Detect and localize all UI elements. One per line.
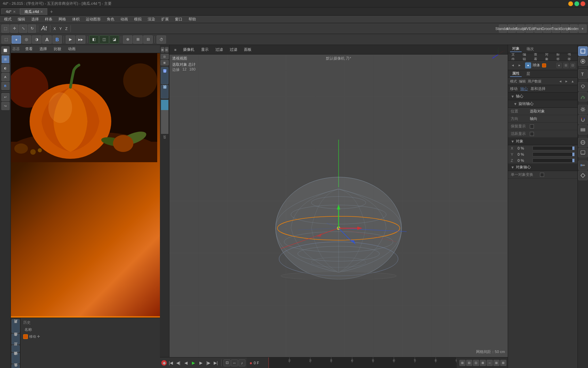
timeline-track[interactable]: 10 20 30 40 50 60 70 [268, 357, 457, 368]
ls-tool7[interactable]: ↪ [1, 102, 10, 110]
t2-anim[interactable]: ⏱ [157, 35, 166, 44]
menu-mograph[interactable]: 运动图形 [83, 16, 103, 22]
vph-menu[interactable]: ≡ [172, 47, 179, 52]
tl-r3[interactable]: ⊡ [473, 360, 479, 366]
tab-add-button[interactable]: + [47, 8, 55, 15]
tl-next-frame[interactable]: ▶ [197, 359, 204, 366]
tl-prev-key[interactable]: ◀| [175, 359, 182, 366]
ptab-object[interactable]: 对象 [543, 53, 554, 61]
ptab-file[interactable]: 文件 [509, 53, 520, 61]
sidebar-info[interactable]: 信息 [12, 334, 20, 344]
tl-prev-frame[interactable]: ◀ [182, 359, 189, 366]
tool-rotate[interactable]: ↻ [28, 25, 36, 33]
obj-vis-icon[interactable]: ● [556, 63, 562, 68]
object-pivot-header[interactable]: ▼ 对象轴心 [508, 164, 577, 171]
props-tab-scene[interactable]: 场次 [524, 46, 536, 52]
nav-forward[interactable]: ► [517, 63, 522, 68]
menu-character[interactable]: 角色 [104, 16, 117, 22]
toolbar-track[interactable]: Track [552, 25, 560, 33]
ptab-edit[interactable]: 编辑 [521, 53, 531, 61]
toolbar-model[interactable]: Model [508, 25, 516, 33]
t2-icon5[interactable]: A [42, 35, 52, 44]
menu-edit[interactable]: 编辑 [15, 16, 28, 22]
tl-audio[interactable]: ♪ [239, 359, 245, 366]
t2-snap2[interactable]: ⊞ [133, 35, 143, 44]
sidebar-filter[interactable]: 滤镜 [12, 353, 20, 364]
t2-icon2[interactable]: ● [12, 35, 21, 44]
vp-toggle[interactable]: ⊡ [161, 54, 169, 59]
menu-extend[interactable]: 扩展 [159, 16, 172, 22]
viewport3d[interactable]: ≡ 摄像机 显示 过滤 过滤 面板 透视视图 选取对象 总计 边缘 12 1 [169, 45, 508, 357]
tl-r5[interactable]: ↔ [487, 360, 493, 366]
object-color[interactable] [542, 63, 546, 67]
t2-icon6[interactable]: B [52, 35, 62, 44]
tool-select[interactable]: ⬚ [1, 25, 10, 33]
t2-render[interactable]: ▶ [66, 35, 75, 44]
z-slider[interactable] [533, 158, 575, 163]
x-slider[interactable] [533, 146, 575, 150]
attr-tab-props[interactable]: 属性 [510, 71, 522, 77]
toolbar-add[interactable]: + [578, 25, 587, 33]
sidebar-layer[interactable]: 层 [12, 345, 20, 352]
obj-lock-icon[interactable]: ⊞ [563, 63, 569, 68]
vp-shrink[interactable]: ⊟ [165, 47, 168, 52]
toolbar-nodes[interactable]: Nodes [570, 25, 578, 33]
t2-icon3[interactable]: ◎ [22, 35, 31, 44]
tl-forward-end[interactable]: ▶| [212, 359, 219, 366]
minimize-button[interactable] [568, 1, 573, 6]
viewer-anim[interactable]: 动画 [65, 46, 78, 52]
ls-tool4[interactable]: A [1, 73, 10, 81]
tl-play[interactable]: ▶ [190, 359, 197, 366]
tl-r4[interactable]: ⊠ [480, 360, 486, 366]
vp-expand[interactable]: ⊞ [161, 47, 164, 52]
vp-status-label[interactable]: 柱状图 [161, 85, 168, 98]
tl-rewind-start[interactable]: |◀ [167, 359, 174, 366]
icon-timeline-btn[interactable] [578, 160, 588, 170]
vph-display[interactable]: 显示 [198, 47, 211, 52]
icon-object-btn[interactable] [578, 46, 588, 56]
t2-cam3[interactable]: ◪ [110, 35, 119, 44]
maximize-button[interactable] [574, 1, 579, 6]
icon-globe-btn[interactable] [578, 138, 588, 147]
icon-gear-btn[interactable] [578, 105, 588, 114]
t2-icon1[interactable]: ⬚ [1, 35, 11, 44]
close-button[interactable] [581, 1, 585, 6]
viewer-compare[interactable]: 比较 [51, 46, 64, 52]
prop-back[interactable]: ◄ [558, 79, 563, 84]
t2-ruler[interactable]: ⊟ [143, 35, 153, 44]
axis-select[interactable]: 基和选择 [530, 86, 545, 91]
ls-tool3[interactable]: ◐ [1, 64, 10, 72]
tl-keyframe[interactable]: ◆ [161, 360, 167, 366]
t2-snap[interactable]: ⊕ [123, 35, 132, 44]
single-obj-checkbox[interactable] [540, 173, 544, 177]
t2-cam2[interactable]: ◫ [99, 35, 109, 44]
menu-volume[interactable]: 体积 [69, 16, 82, 22]
tl-next-key[interactable]: |▶ [205, 359, 212, 366]
attr-tab-layer[interactable]: 层 [524, 71, 532, 77]
menu-render[interactable]: 渲染 [145, 16, 158, 22]
toolbar-uvedit[interactable]: UVEdit [525, 25, 534, 33]
vph-panel[interactable]: 面板 [241, 47, 254, 52]
tab-nangua-close[interactable]: ✕ [40, 10, 43, 14]
vph-camera-menu[interactable]: 摄像机 [180, 47, 197, 52]
viewer-select[interactable]: 选择 [37, 46, 50, 52]
ptab-view[interactable]: 查看 [532, 53, 542, 61]
ls-tool5[interactable]: B [1, 82, 10, 90]
tool-move[interactable]: ✛ [10, 25, 18, 33]
vph-view[interactable]: 过滤 [227, 47, 240, 52]
menu-help[interactable]: 帮助 [186, 16, 199, 22]
props-tab-object[interactable]: 对象 [510, 46, 522, 52]
menu-mesh[interactable]: 网格 [56, 16, 69, 22]
ptab-tag[interactable]: 标签 [554, 53, 565, 61]
ptab-bookmark[interactable]: 书签 [566, 53, 576, 61]
tl-r7[interactable]: ⊞ [500, 360, 506, 366]
pivot-sub-header[interactable]: ▼ 旋转轴心 [508, 100, 577, 108]
tl-r2[interactable]: ⊟ [466, 360, 472, 366]
sidebar-history[interactable]: 历史 [12, 319, 20, 333]
tl-mode1[interactable]: ⊡ [224, 359, 230, 366]
toolbar-groom[interactable]: Groom [543, 25, 551, 33]
icon-grass-btn[interactable] [578, 92, 588, 102]
t2-icon4[interactable]: ◑ [32, 35, 42, 44]
pivot-section-header[interactable]: ▼ 轴心 [508, 93, 577, 100]
t2-cam1[interactable]: ◧ [89, 35, 99, 44]
